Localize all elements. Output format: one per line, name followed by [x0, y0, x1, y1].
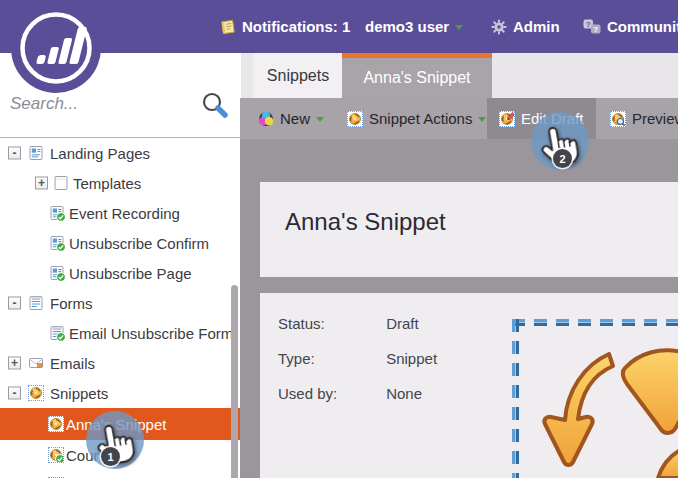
tree-item-label: Event Recording	[69, 205, 180, 222]
search-icon[interactable]	[200, 91, 228, 119]
tree-item-label: Forms	[50, 295, 93, 312]
step-2-badge: 2	[553, 149, 572, 168]
user-menu-button[interactable]: demo3 user	[365, 0, 463, 53]
tab-label: Snippets	[267, 67, 329, 85]
tree-item-label: Unsubscribe Confirm	[69, 235, 209, 252]
marketo-logo-icon	[9, 1, 103, 95]
snippet-detail-card: Status: Draft Type: Snippet Used by: Non…	[260, 293, 678, 478]
tree-item-event-recording[interactable]: Event Recording	[0, 198, 240, 228]
tab-label: Anna's Snippet	[363, 69, 470, 87]
landing-pages-icon	[28, 145, 44, 161]
tree-item-emails[interactable]: + Emails	[0, 348, 240, 378]
tree-item-snippets[interactable]: - Snippets	[0, 378, 240, 408]
snippet-title-card: Anna's Snippet	[260, 182, 678, 277]
page-title: Anna's Snippet	[285, 208, 446, 236]
help-bubbles-icon	[583, 19, 601, 35]
form-icon	[28, 295, 44, 311]
new-button[interactable]: New	[258, 98, 324, 139]
dashed-selection-border-top	[512, 319, 678, 326]
preview-snippet-button[interactable]: Preview S	[610, 98, 678, 139]
tree-item-unsubscribe-page[interactable]: Unsubscribe Page	[0, 258, 240, 288]
email-icon	[28, 355, 44, 371]
tree-item-label: Snippets	[50, 385, 108, 402]
snippet-toolbar: New Snippet Actions Edit Draft Preview S	[240, 98, 678, 139]
tree-item-templates[interactable]: + Templates	[0, 168, 240, 198]
new-button-label: New	[280, 110, 310, 127]
tree-item-label: Emails	[50, 355, 95, 372]
collapse-toggle-icon[interactable]: -	[8, 297, 21, 310]
tree-item-landing-pages[interactable]: - Landing Pages	[0, 138, 240, 168]
user-label: demo3 user	[365, 18, 449, 35]
tree-item-email-unsubscribe-form[interactable]: Email Unsubscribe Form	[0, 318, 240, 348]
search-input[interactable]	[8, 93, 192, 115]
preview-snippet-icon	[610, 111, 626, 127]
color-wheel-icon	[258, 111, 274, 127]
notifications-icon	[220, 19, 236, 35]
snippet-actions-label: Snippet Actions	[369, 110, 472, 127]
sidebar-scrollbar[interactable]	[231, 285, 238, 478]
notifications-label: Notifications: 1	[242, 18, 350, 35]
used-by-row: Used by: None	[278, 385, 422, 402]
used-by-label: Used by:	[278, 385, 382, 402]
snippet-icon	[48, 416, 64, 432]
tree-item-forms[interactable]: - Forms	[0, 288, 240, 318]
approved-form-icon	[49, 325, 65, 341]
status-label: Status:	[278, 315, 382, 332]
status-row: Status: Draft	[278, 315, 419, 332]
approved-page-icon	[49, 205, 65, 221]
edit-snippet-icon	[499, 111, 515, 127]
collapse-toggle-icon[interactable]: -	[8, 387, 21, 400]
community-label: Community	[607, 18, 678, 35]
notifications-button[interactable]: Notifications: 1	[220, 0, 350, 53]
step-1-badge: 1	[101, 447, 120, 466]
expand-toggle-icon[interactable]: +	[35, 177, 48, 190]
chevron-down-icon	[455, 25, 463, 30]
chevron-down-icon	[316, 117, 324, 122]
expand-toggle-icon[interactable]: +	[8, 357, 21, 370]
tab-annas-snippet[interactable]: Anna's Snippet	[342, 53, 492, 98]
snippet-summary-panel: Anna's Snippet Status: Draft Type: Snipp…	[240, 139, 678, 478]
collapse-toggle-icon[interactable]: -	[8, 147, 21, 160]
marketo-logo[interactable]	[9, 1, 103, 95]
approved-page-icon	[49, 235, 65, 251]
tree-item-label: Landing Pages	[50, 145, 150, 162]
snippet-actions-button[interactable]: Snippet Actions	[347, 98, 486, 139]
status-value: Draft	[386, 315, 419, 332]
admin-menu-button[interactable]: Admin	[491, 0, 560, 53]
admin-label: Admin	[513, 18, 560, 35]
marketo-app-window: ? ? Notifications: 1 demo3 user	[0, 0, 678, 478]
approved-snippet-icon	[48, 447, 64, 463]
tree-item-unsubscribe-confirm[interactable]: Unsubscribe Confirm	[0, 228, 240, 258]
tab-snippets[interactable]: Snippets	[253, 53, 343, 98]
gear-icon	[491, 19, 507, 35]
type-value: Snippet	[386, 350, 437, 367]
snippet-preview-graphic	[512, 319, 678, 478]
type-label: Type:	[278, 350, 382, 367]
tree-item-label: Unsubscribe Page	[69, 265, 192, 282]
template-icon	[53, 175, 69, 191]
chevron-down-icon	[478, 117, 486, 122]
approved-page-icon	[49, 265, 65, 281]
tree-item-label: Email Unsubscribe Form	[69, 325, 233, 342]
tree-item-partial[interactable]	[0, 470, 240, 478]
preview-label: Preview S	[632, 110, 678, 127]
workspace-tab-bar: Snippets Anna's Snippet	[241, 53, 678, 98]
community-menu-button[interactable]: Community	[583, 0, 678, 53]
used-by-value: None	[386, 385, 422, 402]
type-row: Type: Snippet	[278, 350, 437, 367]
snippet-icon	[347, 111, 363, 127]
snippet-icon	[28, 385, 44, 401]
tree-item-label: Templates	[73, 175, 141, 192]
dashed-selection-border-left	[512, 319, 519, 478]
